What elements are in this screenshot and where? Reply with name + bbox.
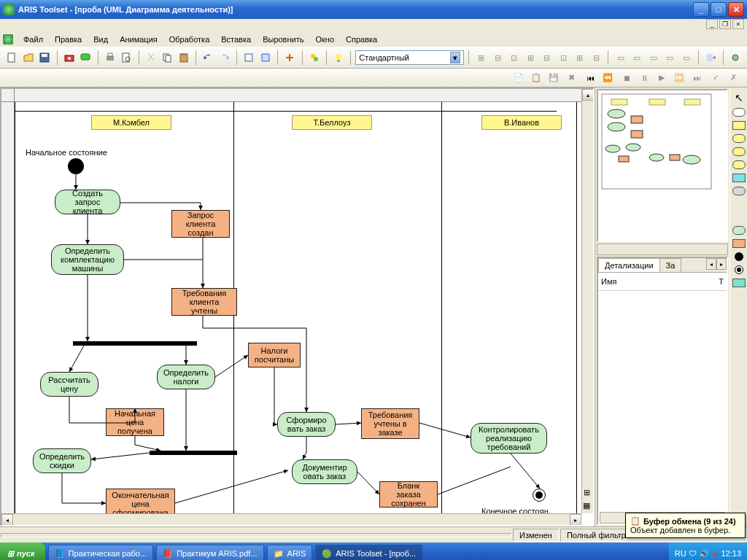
object-reqs-in-order[interactable]: Требования учтены в заказе (361, 408, 419, 439)
task-2[interactable]: 📕Практикум ARIS.pdf... (156, 545, 263, 560)
align-6[interactable]: ⊡ (556, 50, 571, 66)
new-button[interactable] (4, 50, 20, 66)
pb-rewind[interactable]: ⏪ (600, 70, 616, 86)
minimap-scroll[interactable] (597, 244, 728, 255)
object-init-price[interactable]: Начальная цена получена (106, 408, 164, 436)
task-4[interactable]: 🟢ARIS Toolset - [проб... (315, 545, 422, 560)
object-tax-calc[interactable]: Налоги посчитаны (248, 343, 301, 368)
lang-indicator[interactable]: RU (675, 549, 686, 558)
ruler-horizontal[interactable] (15, 89, 593, 102)
pb-check[interactable]: ✓ (708, 70, 724, 86)
print-button[interactable] (103, 50, 118, 66)
final-node[interactable] (533, 489, 546, 502)
pb-x[interactable]: ✖ (563, 70, 579, 86)
zoom-tool-1[interactable]: ⊞ (580, 486, 593, 499)
align-3[interactable]: ⊡ (506, 50, 522, 66)
initial-node[interactable] (68, 158, 84, 174)
menu-window[interactable]: Окно (309, 34, 340, 45)
align-4[interactable]: ⊞ (523, 50, 538, 66)
activity-create-request[interactable]: Создать запрос клиента (55, 190, 120, 214)
object-request-created[interactable]: Запрос клиента создан (171, 210, 230, 238)
pb-fwd-end[interactable]: ⏭ (689, 70, 705, 86)
camera-button[interactable] (62, 50, 77, 66)
group-2[interactable]: ▭ (630, 50, 645, 66)
activity-calc-price[interactable]: Рассчитать цену (40, 372, 98, 397)
menu-file[interactable]: Файл (18, 34, 49, 45)
tool-gear[interactable] (727, 50, 743, 66)
redo-button[interactable] (217, 50, 233, 66)
maximize-button[interactable]: □ (711, 2, 727, 17)
task-3[interactable]: 📁ARIS (267, 545, 313, 560)
menu-anim[interactable]: Анимация (114, 34, 163, 45)
menu-insert[interactable]: Вставка (215, 34, 257, 45)
tray-icon-1[interactable]: 🛡 (689, 549, 697, 558)
tab-prev[interactable]: ◂ (706, 258, 716, 270)
swimlane-2-label[interactable]: Т.Беллоуз (292, 115, 372, 130)
palette-pointer[interactable]: ↖ (735, 92, 743, 104)
copy-button[interactable] (160, 50, 175, 66)
menu-view[interactable]: Вид (88, 34, 114, 45)
palette-ellipse-y1[interactable] (732, 134, 746, 143)
palette-ellipse-1[interactable] (732, 108, 746, 117)
menu-process[interactable]: Обработка (163, 34, 215, 45)
tray-icon-2[interactable]: 🔊 (699, 549, 709, 559)
pb-cross[interactable]: ✗ (725, 70, 741, 86)
align-5[interactable]: ⊟ (539, 50, 554, 66)
ruler-vertical[interactable] (1, 102, 15, 525)
tool-a[interactable] (241, 50, 257, 66)
align-2[interactable]: ⊟ (490, 50, 506, 66)
pb-fwd[interactable]: ⏩ (671, 70, 687, 86)
activity-form-order[interactable]: Сформиро вать заказ (277, 412, 336, 437)
mdi-close[interactable]: × (732, 19, 744, 29)
activity-define-discount[interactable]: Определить скидки (33, 448, 91, 473)
align-8[interactable]: ⊟ (589, 50, 604, 66)
undo-button[interactable] (201, 50, 216, 66)
swimlane-3-label[interactable]: В.Иванов (481, 115, 562, 130)
palette-rect-cyan[interactable] (732, 174, 746, 182)
pb-pause[interactable]: ⏸ (636, 70, 652, 86)
group-4[interactable]: ▭ (662, 50, 678, 66)
menu-align[interactable]: Выровнить (257, 34, 309, 45)
canvas-scroll-v[interactable]: ▴ (581, 89, 593, 513)
open-button[interactable] (21, 50, 36, 66)
chat-button[interactable] (78, 50, 93, 66)
pb-play[interactable]: ▶ (654, 70, 670, 86)
pb-copy1[interactable]: 📄 (511, 70, 527, 86)
palette-rect-teal[interactable] (732, 279, 746, 287)
group-5[interactable]: ▭ (679, 50, 694, 66)
cut-button[interactable] (143, 50, 158, 66)
menu-edit[interactable]: Правка (49, 34, 88, 45)
close-button[interactable]: ✕ (728, 2, 744, 17)
tray-clock[interactable]: 12:13 (721, 549, 741, 558)
tab-za[interactable]: За (659, 258, 682, 272)
mdi-minimize[interactable]: _ (706, 19, 718, 29)
start-button[interactable]: ⊞ пуск (0, 542, 45, 560)
activity-define-tax[interactable]: Определить налоги (157, 365, 215, 389)
align-1[interactable]: ⊞ (473, 50, 489, 66)
activity-document-order[interactable]: Документир овать заказ (292, 459, 357, 484)
object-reqs-noted[interactable]: Требования клиента учтены (171, 288, 237, 316)
tool-b[interactable] (258, 50, 274, 66)
diagram-canvas[interactable]: М.Кэмбел Т.Беллоуз В.Иванов Начальное со… (15, 102, 593, 525)
join-bar-1[interactable] (150, 451, 237, 455)
tray-icon-3[interactable]: ▲ (711, 549, 719, 558)
palette-ellipse-y3[interactable] (732, 160, 746, 169)
palette-ellipse-gray[interactable] (732, 187, 746, 195)
mdi-restore[interactable]: ❐ (719, 19, 731, 29)
minimap[interactable] (597, 89, 728, 242)
palette-init-node[interactable] (735, 252, 743, 261)
style-combo[interactable]: Стандартный ▾ (355, 50, 464, 65)
pb-save[interactable]: 💾 (546, 70, 562, 86)
tab-next[interactable]: ▸ (716, 258, 727, 270)
preview-button[interactable] (119, 50, 134, 66)
palette-rect-orange[interactable] (732, 239, 746, 248)
pb-copy2[interactable]: 📋 (528, 70, 544, 86)
tab-detail[interactable]: Детализации (598, 258, 660, 272)
task-1[interactable]: 📘Практическая рабо... (48, 545, 154, 560)
group-1[interactable]: ▭ (613, 50, 628, 66)
system-tray[interactable]: RU 🛡 🔊 ▲ 12:13 (669, 542, 747, 560)
palette-final-node[interactable] (735, 265, 743, 274)
clipboard-balloon[interactable]: 📋Буфер обмена (9 из 24) Объект добавлен … (625, 513, 746, 538)
swimlane-1-label[interactable]: М.Кэмбел (91, 115, 171, 130)
tool-d[interactable] (306, 50, 322, 66)
